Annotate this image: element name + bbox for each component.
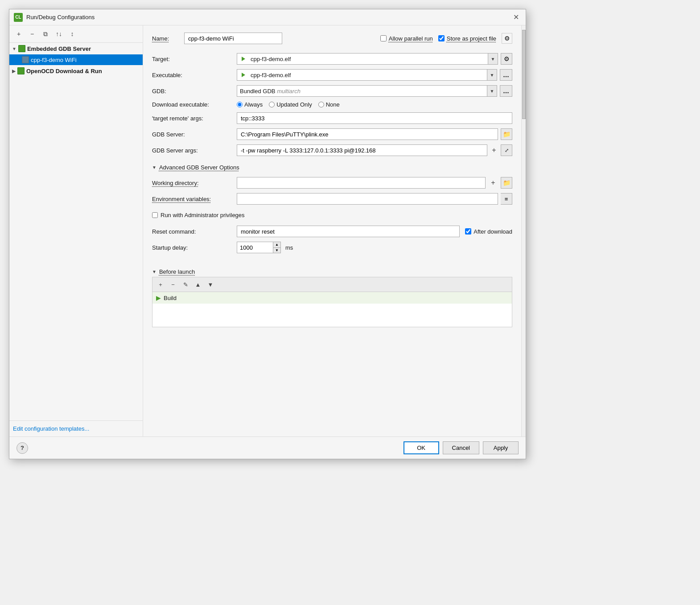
group2-chevron: ▶	[12, 69, 16, 74]
executable-dropdown[interactable]: cpp-f3-demo.elf ▼	[237, 69, 497, 81]
executable-browse-button[interactable]: …	[500, 69, 512, 81]
startup-delay-up-button[interactable]: ▲	[273, 242, 280, 248]
dialog-body: + − ⧉ ↑↓ ↕ ▼ Embedded GDB Server cpp-f3-…	[9, 25, 526, 436]
gdb-server-input[interactable]	[237, 128, 498, 140]
gdb-server-args-row: GDB Server args: + ⤢	[152, 144, 512, 156]
working-dir-label: Working directory:	[152, 180, 232, 186]
apply-button[interactable]: Apply	[483, 441, 519, 454]
advanced-section-toggle[interactable]: ▼	[152, 165, 156, 170]
target-dropdown[interactable]: cpp-f3-demo.elf ▼	[237, 53, 498, 65]
store-as-project-checkbox[interactable]	[438, 35, 445, 41]
radio-always[interactable]: Always	[237, 101, 263, 108]
before-launch-add-button[interactable]: +	[155, 279, 166, 290]
radio-none[interactable]: None	[318, 101, 340, 108]
startup-delay-input[interactable]	[237, 244, 273, 251]
gdb-dropdown-arrow[interactable]: ▼	[487, 86, 497, 96]
gdb-control: Bundled GDB multiarch ▼ …	[237, 85, 512, 97]
radio-always-input[interactable]	[237, 102, 243, 107]
target-dropdown-arrow[interactable]: ▼	[488, 54, 498, 64]
before-launch-toggle[interactable]: ▼	[152, 269, 156, 274]
download-row: Download executable: Always Updated Only	[152, 101, 512, 108]
target-gear-button[interactable]: ⚙	[501, 53, 512, 65]
gdb-args-add-button[interactable]: +	[489, 145, 499, 155]
target-remote-row: 'target remote' args:	[152, 112, 512, 124]
footer-buttons: OK Cancel Apply	[404, 441, 519, 454]
target-remote-input[interactable]	[237, 112, 512, 124]
env-vars-input-container	[237, 193, 498, 205]
gdb-browse-button[interactable]: …	[500, 85, 512, 97]
executable-label: Executable:	[152, 72, 232, 78]
main-content: Name: Allow parallel run Store as projec…	[143, 25, 521, 436]
startup-delay-unit: ms	[285, 244, 293, 251]
close-button[interactable]: ✕	[511, 12, 521, 23]
radio-none-input[interactable]	[318, 102, 324, 107]
before-launch-down-button[interactable]: ▼	[205, 279, 216, 290]
copy-config-button[interactable]: ⧉	[40, 28, 51, 40]
gdb-args-expand-button[interactable]: ⤢	[501, 144, 512, 156]
name-input[interactable]	[184, 33, 282, 44]
embedded-gdb-server-label: Embedded GDB Server	[27, 45, 91, 52]
group1-chevron: ▼	[12, 46, 16, 51]
download-label: Download executable:	[152, 101, 232, 108]
target-remote-label: 'target remote' args:	[152, 115, 232, 122]
working-dir-add-button[interactable]: +	[488, 178, 498, 188]
radio-updated-only-input[interactable]	[269, 102, 275, 107]
radio-updated-only[interactable]: Updated Only	[269, 101, 312, 108]
working-dir-input[interactable]	[237, 177, 486, 189]
allow-parallel-checkbox[interactable]	[380, 35, 387, 41]
edit-templates-link[interactable]: Edit configuration templates...	[13, 425, 89, 432]
help-button[interactable]: ?	[16, 442, 28, 454]
env-vars-row: Environment variables: ≡	[152, 193, 512, 205]
before-launch-up-button[interactable]: ▲	[193, 279, 203, 290]
main-scroll: Name: Allow parallel run Store as projec…	[143, 25, 521, 436]
executable-dropdown-arrow[interactable]: ▼	[487, 70, 497, 80]
allow-parallel-label[interactable]: Allow parallel run	[380, 35, 433, 42]
remove-config-button[interactable]: −	[26, 28, 38, 40]
before-launch-build-item[interactable]: ▶ Build	[152, 292, 512, 304]
working-dir-row: Working directory: + 📁	[152, 177, 512, 189]
reset-cmd-input[interactable]	[237, 226, 460, 237]
env-vars-label: Environment variables:	[152, 196, 232, 202]
config-item-label: cpp-f3-demo WiFi	[31, 57, 77, 63]
sidebar-bottom: Edit configuration templates...	[9, 420, 143, 436]
store-as-project-label[interactable]: Store as project file	[438, 35, 496, 42]
gdb-server-args-control: + ⤢	[237, 144, 512, 156]
executable-value: cpp-f3-demo.elf	[248, 72, 487, 78]
gdb-dropdown[interactable]: Bundled GDB multiarch ▼	[237, 85, 497, 97]
openocd-group[interactable]: ▶ OpenOCD Download & Run	[9, 65, 143, 77]
title-bar-left: CL Run/Debug Configurations	[14, 13, 95, 22]
advanced-section-header: ▼ Advanced GDB Server Options	[152, 164, 512, 171]
embedded-gdb-server-group[interactable]: ▼ Embedded GDB Server	[9, 43, 143, 54]
working-dir-control: + 📁	[237, 177, 512, 189]
move-config-button[interactable]: ↑↓	[53, 28, 65, 40]
scrollbar-thumb[interactable]	[522, 30, 526, 119]
dialog-footer: ? OK Cancel Apply	[9, 436, 526, 459]
startup-delay-down-button[interactable]: ▼	[273, 248, 280, 253]
gdb-server-browse-button[interactable]: 📁	[501, 128, 512, 140]
sidebar-toolbar: + − ⧉ ↑↓ ↕	[9, 25, 143, 43]
build-icon: ▶	[156, 294, 161, 301]
target-row: Target: cpp-f3-demo.elf ▼ ⚙	[152, 53, 512, 65]
sidebar-item-cpp-f3-demo-wifi[interactable]: cpp-f3-demo WiFi	[9, 54, 143, 65]
after-download-label[interactable]: After download	[465, 228, 512, 235]
run-admin-checkbox[interactable]	[152, 212, 158, 218]
after-download-checkbox[interactable]	[465, 228, 471, 235]
before-launch-remove-button[interactable]: −	[168, 279, 178, 290]
gdb-server-label: GDB Server:	[152, 131, 232, 138]
gdb-server-args-input[interactable]	[237, 144, 487, 156]
sort-config-button[interactable]: ↕	[66, 28, 78, 40]
env-vars-table-button[interactable]: ≡	[501, 193, 512, 205]
env-vars-input[interactable]	[237, 194, 498, 204]
gdb-row: GDB: Bundled GDB multiarch ▼ …	[152, 85, 512, 97]
store-as-project-gear-button[interactable]: ⚙	[502, 33, 512, 44]
ok-button[interactable]: OK	[404, 441, 439, 454]
add-config-button[interactable]: +	[13, 28, 25, 40]
reset-cmd-control: After download	[237, 226, 512, 237]
target-control: cpp-f3-demo.elf ▼ ⚙	[237, 53, 512, 65]
before-launch-edit-button[interactable]: ✎	[180, 279, 191, 290]
title-bar: CL Run/Debug Configurations ✕	[9, 9, 526, 25]
cancel-button[interactable]: Cancel	[443, 441, 479, 454]
reset-cmd-label: Reset command:	[152, 228, 232, 235]
working-dir-browse-button[interactable]: 📁	[501, 177, 512, 189]
download-radio-group: Always Updated Only None	[237, 101, 512, 108]
